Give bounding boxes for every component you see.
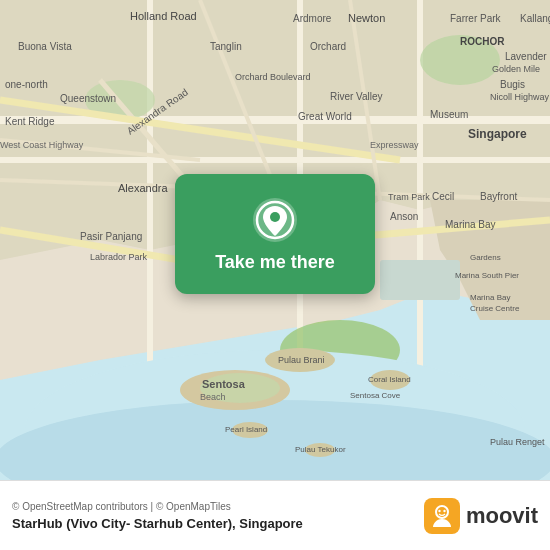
svg-point-77 (270, 212, 280, 222)
svg-text:Labrador Park: Labrador Park (90, 252, 148, 262)
moovit-text: moovit (466, 503, 538, 529)
svg-text:Marina Bay: Marina Bay (445, 219, 496, 230)
svg-text:Coral Island: Coral Island (368, 375, 411, 384)
svg-text:Golden Mile: Golden Mile (492, 64, 540, 74)
svg-text:Buona Vista: Buona Vista (18, 41, 72, 52)
svg-text:Tram Park: Tram Park (388, 192, 430, 202)
svg-text:Farrer Park: Farrer Park (450, 13, 502, 24)
moovit-brand-icon (424, 498, 460, 534)
action-card[interactable]: Take me there (175, 174, 375, 294)
map-attribution: © OpenStreetMap contributors | © OpenMap… (12, 501, 303, 512)
svg-text:Kent Ridge: Kent Ridge (5, 116, 55, 127)
svg-text:Bugis: Bugis (500, 79, 525, 90)
svg-text:Great World: Great World (298, 111, 352, 122)
svg-text:Tanglin: Tanglin (210, 41, 242, 52)
svg-text:Newton: Newton (348, 12, 385, 24)
svg-text:Nicoll Highway: Nicoll Highway (490, 92, 550, 102)
svg-text:Singapore: Singapore (468, 127, 527, 141)
svg-text:Orchard Boulevard: Orchard Boulevard (235, 72, 311, 82)
svg-text:Marina South Pier: Marina South Pier (455, 271, 519, 280)
svg-point-81 (438, 509, 440, 511)
bottom-bar: © OpenStreetMap contributors | © OpenMap… (0, 480, 550, 550)
svg-text:Pulau Tekukor: Pulau Tekukor (295, 445, 346, 454)
map-container: Holland Road Newton Ardmore Farrer Park … (0, 0, 550, 480)
svg-text:Alexandra: Alexandra (118, 182, 168, 194)
svg-text:Pasir Panjang: Pasir Panjang (80, 231, 142, 242)
svg-text:Orchard: Orchard (310, 41, 346, 52)
svg-text:Beach: Beach (200, 392, 226, 402)
location-pin-icon (251, 196, 299, 244)
svg-text:Queenstown: Queenstown (60, 93, 116, 104)
svg-text:Marina Bay: Marina Bay (470, 293, 510, 302)
svg-text:Pearl Island: Pearl Island (225, 425, 267, 434)
svg-text:Holland Road: Holland Road (130, 10, 197, 22)
svg-rect-29 (380, 260, 460, 300)
svg-text:Anson: Anson (390, 211, 418, 222)
svg-text:Lavender: Lavender (505, 51, 547, 62)
svg-text:Bayfront: Bayfront (480, 191, 517, 202)
svg-text:Kallang: Kallang (520, 13, 550, 24)
bottom-left: © OpenStreetMap contributors | © OpenMap… (12, 501, 303, 531)
moovit-logo: moovit (424, 498, 538, 534)
take-me-there-button[interactable]: Take me there (215, 252, 335, 273)
svg-text:one-north: one-north (5, 79, 48, 90)
svg-text:Pulau Brani: Pulau Brani (278, 355, 325, 365)
svg-text:Ardmore: Ardmore (293, 13, 332, 24)
svg-text:Sentosa Cove: Sentosa Cove (350, 391, 401, 400)
svg-text:Cecil: Cecil (432, 191, 454, 202)
svg-text:Expressway: Expressway (370, 140, 419, 150)
svg-text:ROCHOR: ROCHOR (460, 36, 505, 47)
svg-text:Sentosa: Sentosa (202, 378, 246, 390)
svg-text:Gardens: Gardens (470, 253, 501, 262)
location-name: StarHub (Vivo City- Starhub Center), Sin… (12, 516, 303, 531)
svg-text:River Valley: River Valley (330, 91, 383, 102)
svg-text:Cruise Centre: Cruise Centre (470, 304, 520, 313)
svg-text:Pulau Renget: Pulau Renget (490, 437, 545, 447)
svg-text:Museum: Museum (430, 109, 468, 120)
svg-text:West Coast Highway: West Coast Highway (0, 140, 84, 150)
svg-point-82 (443, 509, 445, 511)
